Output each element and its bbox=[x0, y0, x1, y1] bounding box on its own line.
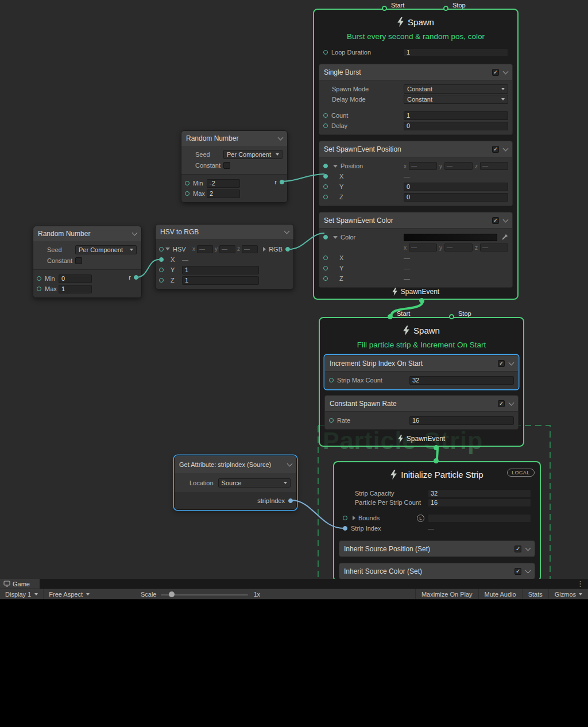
strip-max-count-port[interactable] bbox=[329, 378, 334, 382]
delay-mode-dropdown[interactable]: Constant bbox=[404, 95, 508, 104]
block-enabled-checkbox[interactable] bbox=[514, 568, 521, 575]
position-x-port[interactable] bbox=[323, 174, 328, 179]
vfx-graph-canvas[interactable]: Particle Strip Random Number Seed Per Co… bbox=[0, 0, 588, 579]
max-input-port[interactable] bbox=[185, 191, 189, 196]
min-input-port[interactable] bbox=[185, 181, 189, 185]
node-random-number-2[interactable]: Random Number Seed Per Component Constan… bbox=[33, 226, 142, 298]
node-random-number-1[interactable]: Random Number Seed Per Component Constan… bbox=[181, 130, 288, 203]
stop-flow-port[interactable] bbox=[443, 6, 448, 11]
axis-y-field[interactable]: — bbox=[444, 243, 473, 252]
block-collapse-chevron[interactable] bbox=[503, 145, 509, 151]
node-title-bar[interactable]: Random Number bbox=[181, 131, 287, 146]
space-badge[interactable]: LOCAL bbox=[507, 469, 535, 477]
z-field[interactable]: 0 bbox=[404, 193, 508, 202]
spawn-mode-dropdown[interactable]: Constant bbox=[404, 84, 508, 94]
context-title[interactable]: Spawn bbox=[314, 14, 517, 29]
block-inherit-source-position[interactable]: Inherit Source Position (Set) bbox=[339, 540, 535, 557]
block-collapse-chevron[interactable] bbox=[503, 68, 509, 74]
rate-field[interactable]: 16 bbox=[409, 416, 514, 425]
position-port[interactable] bbox=[323, 164, 328, 168]
axis-y-field[interactable]: — bbox=[219, 245, 235, 253]
block-constant-spawn-rate[interactable]: Constant Spawn Rate Rate 16 bbox=[324, 395, 519, 430]
stop-flow-port[interactable] bbox=[449, 314, 454, 319]
location-dropdown[interactable]: Source bbox=[218, 478, 291, 488]
x-input-port[interactable] bbox=[159, 257, 164, 262]
eyedropper-icon[interactable] bbox=[501, 234, 508, 241]
seed-dropdown[interactable]: Per Component bbox=[223, 150, 283, 159]
particle-per-strip-field[interactable]: 16 bbox=[428, 498, 531, 507]
context-title[interactable]: Spawn bbox=[320, 323, 523, 338]
block-enabled-checkbox[interactable] bbox=[514, 546, 521, 552]
expand-down-icon[interactable] bbox=[333, 236, 338, 239]
maximize-on-play-button[interactable]: Maximize On Play bbox=[415, 589, 478, 599]
seed-dropdown[interactable]: Per Component bbox=[75, 245, 137, 254]
start-flow-port[interactable] bbox=[382, 6, 387, 11]
stats-button[interactable]: Stats bbox=[522, 589, 548, 599]
start-flow-port[interactable] bbox=[388, 314, 393, 319]
rgb-output-port[interactable] bbox=[285, 247, 290, 252]
display-dropdown[interactable]: Display 1 bbox=[0, 589, 44, 599]
axis-z-field[interactable]: — bbox=[480, 243, 508, 252]
node-title-bar[interactable]: Random Number bbox=[33, 226, 141, 241]
position-z-port[interactable] bbox=[323, 195, 328, 199]
r-output-port[interactable] bbox=[280, 180, 284, 184]
color-swatch[interactable] bbox=[404, 234, 497, 241]
min-input-port[interactable] bbox=[37, 276, 41, 281]
strip-max-count-field[interactable]: 32 bbox=[409, 376, 514, 385]
delay-field[interactable]: 0 bbox=[404, 122, 508, 130]
z-field[interactable]: 1 bbox=[182, 276, 259, 285]
bounds-port[interactable] bbox=[343, 516, 347, 520]
block-enabled-checkbox[interactable] bbox=[492, 146, 499, 153]
context-initialize-particle-strip[interactable]: LOCAL Initialize Particle Strip Strip Ca… bbox=[333, 461, 541, 582]
slider-knob[interactable] bbox=[169, 591, 175, 597]
block-set-spawnevent-position[interactable]: Set SpawnEvent Position Position x— y— z… bbox=[319, 141, 513, 206]
expand-down-icon[interactable] bbox=[333, 165, 338, 168]
axis-x-field[interactable]: — bbox=[409, 162, 437, 170]
max-field[interactable]: 1 bbox=[59, 285, 92, 293]
context-spawn-strip[interactable]: Start Stop Spawn Fill particle strip & I… bbox=[319, 317, 524, 447]
collapse-chevron-icon[interactable] bbox=[132, 230, 138, 236]
max-input-port[interactable] bbox=[37, 287, 41, 291]
color-y-port[interactable] bbox=[323, 266, 328, 270]
axis-x-field[interactable]: — bbox=[197, 245, 213, 253]
block-collapse-chevron[interactable] bbox=[509, 400, 514, 405]
expand-down-icon[interactable] bbox=[165, 248, 170, 250]
count-port[interactable] bbox=[323, 113, 328, 118]
bounds-field[interactable] bbox=[428, 514, 531, 523]
expand-right-icon[interactable] bbox=[353, 516, 355, 520]
block-increment-strip-index[interactable]: Increment Strip Index On Start Strip Max… bbox=[324, 355, 519, 389]
delay-port[interactable] bbox=[323, 123, 328, 128]
block-enabled-checkbox[interactable] bbox=[498, 360, 505, 367]
tab-game[interactable]: Game bbox=[0, 579, 40, 589]
block-single-burst[interactable]: Single Burst Spawn Mode Constant Delay M… bbox=[319, 64, 513, 135]
stripindex-output-port[interactable] bbox=[288, 498, 293, 503]
block-inherit-source-color[interactable]: Inherit Source Color (Set) bbox=[339, 563, 535, 579]
axis-y-field[interactable]: — bbox=[444, 162, 473, 170]
block-enabled-checkbox[interactable] bbox=[492, 217, 499, 224]
hsv-input-port[interactable] bbox=[159, 247, 164, 252]
color-port[interactable] bbox=[323, 235, 328, 239]
collapse-chevron-icon[interactable] bbox=[284, 229, 290, 234]
node-title-bar[interactable]: Get Attribute: stripIndex (Source) bbox=[175, 456, 296, 473]
input-flow-port[interactable] bbox=[434, 458, 439, 463]
local-space-icon[interactable]: L bbox=[417, 515, 424, 522]
axis-z-field[interactable]: — bbox=[480, 162, 508, 170]
strip-index-port[interactable] bbox=[343, 526, 347, 531]
y-input-port[interactable] bbox=[159, 268, 164, 272]
count-field[interactable]: 1 bbox=[404, 111, 508, 120]
color-z-port[interactable] bbox=[323, 276, 328, 281]
axis-x-field[interactable]: — bbox=[409, 243, 437, 252]
block-enabled-checkbox[interactable] bbox=[498, 400, 505, 407]
strip-capacity-field[interactable]: 32 bbox=[428, 489, 531, 498]
gizmos-dropdown[interactable]: Gizmos bbox=[548, 589, 588, 599]
y-field[interactable]: 1 bbox=[182, 266, 259, 274]
constant-checkbox[interactable] bbox=[75, 257, 82, 264]
node-get-attribute-stripindex[interactable]: Get Attribute: stripIndex (Source) Locat… bbox=[174, 455, 297, 510]
node-hsv-to-rgb[interactable]: HSV to RGB HSV x— y— z— RGB X — bbox=[155, 224, 294, 289]
spawnevent-output-port[interactable] bbox=[434, 445, 439, 450]
block-collapse-chevron[interactable] bbox=[525, 567, 531, 573]
z-input-port[interactable] bbox=[159, 278, 164, 283]
max-field[interactable]: 2 bbox=[207, 190, 240, 198]
scale-slider[interactable] bbox=[161, 589, 248, 599]
collapse-chevron-icon[interactable] bbox=[278, 135, 284, 141]
